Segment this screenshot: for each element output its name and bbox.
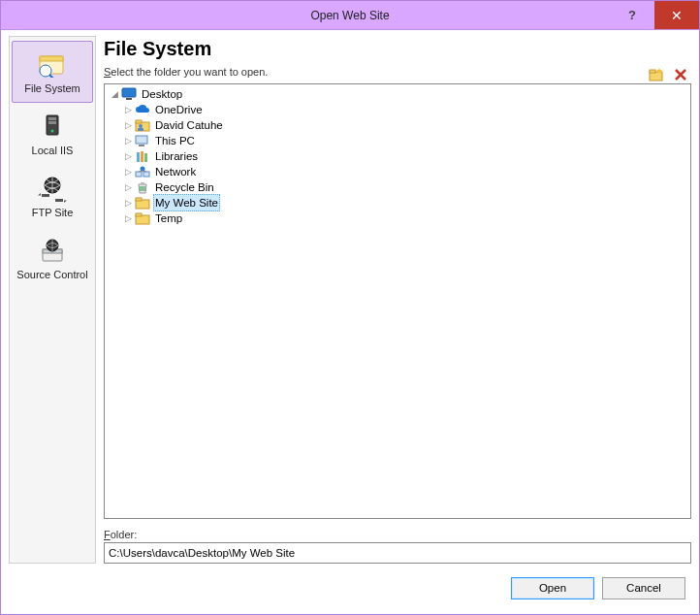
- svg-point-7: [51, 130, 54, 133]
- tree-node-network[interactable]: ▷ Network: [105, 164, 690, 179]
- tree-node-recycle[interactable]: ▷ Recycle Bin: [105, 179, 690, 195]
- svg-rect-13: [650, 70, 655, 73]
- sidebar-item-file-system[interactable]: File System: [12, 41, 93, 103]
- folder-icon: [135, 210, 150, 226]
- close-button[interactable]: ✕: [654, 1, 699, 29]
- dialog-window: Open Web Site ? ✕ File System Local IIS: [0, 0, 700, 615]
- user-folder-icon: [135, 117, 150, 133]
- tree-node-label: OneDrive: [153, 102, 205, 117]
- expander-icon[interactable]: ▷: [122, 212, 134, 224]
- svg-point-29: [141, 166, 145, 171]
- expander-icon[interactable]: ▷: [122, 150, 134, 162]
- sidebar-item-source-control[interactable]: Source Control: [12, 227, 93, 289]
- svg-line-3: [49, 75, 53, 78]
- folder-path-row: Folder:: [104, 529, 691, 564]
- tree-node-label: Libraries: [153, 148, 200, 164]
- tree-node-pc[interactable]: ▷ This PC: [105, 133, 690, 148]
- svg-rect-21: [138, 128, 143, 131]
- open-button[interactable]: Open: [511, 577, 594, 599]
- expander-open-icon[interactable]: ◢: [109, 88, 120, 100]
- recycle-icon: [135, 179, 150, 195]
- pc-icon: [135, 133, 150, 148]
- dialog-body: File System Local IIS FTP Site Source Co…: [1, 30, 699, 571]
- folder-path-input[interactable]: [104, 542, 691, 564]
- folder-label: Folder:: [104, 529, 691, 540]
- libraries-icon: [135, 148, 150, 164]
- delete-icon[interactable]: [674, 68, 687, 81]
- window-title: Open Web Site: [1, 9, 699, 22]
- svg-rect-17: [126, 98, 132, 100]
- svg-rect-32: [141, 182, 144, 184]
- svg-rect-19: [136, 120, 142, 123]
- tree-node-label: David Catuhe: [153, 117, 225, 133]
- folder-icon: [135, 195, 150, 210]
- svg-rect-36: [136, 213, 142, 216]
- tree-node-label: Temp: [153, 210, 184, 226]
- expander-icon[interactable]: ▷: [122, 104, 134, 115]
- sidebar: File System Local IIS FTP Site Source Co…: [9, 36, 96, 564]
- tree-node-mywebsite[interactable]: ▷ My Web Site: [105, 195, 690, 210]
- sidebar-item-ftp-site[interactable]: FTP Site: [12, 165, 93, 227]
- svg-rect-34: [136, 198, 142, 201]
- local-iis-icon: [37, 112, 68, 143]
- titlebar-buttons: ? ✕: [610, 1, 699, 29]
- expander-icon[interactable]: ▷: [122, 119, 134, 131]
- svg-point-20: [139, 124, 143, 128]
- tree-node-libraries[interactable]: ▷ Libraries: [105, 148, 690, 164]
- tree-node-label: Desktop: [140, 86, 184, 102]
- new-folder-icon[interactable]: [649, 68, 664, 81]
- panel-title: File System: [104, 38, 691, 60]
- expander-icon[interactable]: ▷: [122, 166, 134, 178]
- toolbar: [649, 68, 691, 81]
- tree-node-temp[interactable]: ▷ Temp: [105, 210, 690, 226]
- sidebar-item-label: File System: [24, 82, 80, 94]
- onedrive-icon: [135, 102, 150, 117]
- dialog-footer: Open Cancel: [1, 571, 699, 614]
- ftp-site-icon: [37, 174, 68, 205]
- expander-icon[interactable]: ▷: [122, 135, 134, 146]
- desktop-icon: [121, 86, 137, 102]
- expander-icon[interactable]: ▷: [122, 197, 134, 209]
- sidebar-item-label: Local IIS: [32, 145, 74, 156]
- tree-node-label: Recycle Bin: [153, 179, 216, 195]
- svg-rect-23: [139, 145, 144, 146]
- tree-node-onedrive[interactable]: ▷ OneDrive: [105, 102, 690, 117]
- panel-subtitle: Select the folder you want to open.: [104, 66, 649, 78]
- tree-root[interactable]: ◢ Desktop: [105, 86, 690, 102]
- svg-rect-25: [141, 151, 143, 162]
- sidebar-item-label: FTP Site: [32, 207, 74, 218]
- expander-icon[interactable]: ▷: [122, 181, 134, 193]
- svg-rect-24: [137, 152, 140, 162]
- tree-node-label: This PC: [153, 133, 197, 148]
- sidebar-item-local-iis[interactable]: Local IIS: [12, 103, 93, 165]
- svg-rect-1: [40, 56, 63, 61]
- svg-rect-5: [48, 117, 56, 120]
- tree-node-label: My Web Site: [153, 194, 220, 211]
- titlebar: Open Web Site ? ✕: [1, 1, 699, 30]
- svg-rect-6: [48, 121, 56, 124]
- svg-rect-22: [136, 136, 147, 144]
- help-button[interactable]: ?: [610, 1, 654, 29]
- folder-tree[interactable]: ◢ Desktop ▷ OneDrive ▷ David Catuhe: [104, 83, 691, 519]
- svg-rect-26: [144, 153, 147, 162]
- svg-rect-16: [122, 88, 136, 97]
- cancel-button[interactable]: Cancel: [602, 577, 685, 599]
- tree-node-user[interactable]: ▷ David Catuhe: [105, 117, 690, 133]
- file-system-icon: [37, 49, 68, 81]
- tree-node-label: Network: [153, 164, 198, 179]
- source-control-icon: [37, 236, 68, 267]
- svg-rect-28: [143, 172, 149, 177]
- sidebar-item-label: Source Control: [16, 269, 87, 280]
- main-panel: File System Select the folder you want t…: [104, 36, 691, 564]
- network-icon: [135, 164, 150, 179]
- svg-rect-27: [136, 172, 142, 177]
